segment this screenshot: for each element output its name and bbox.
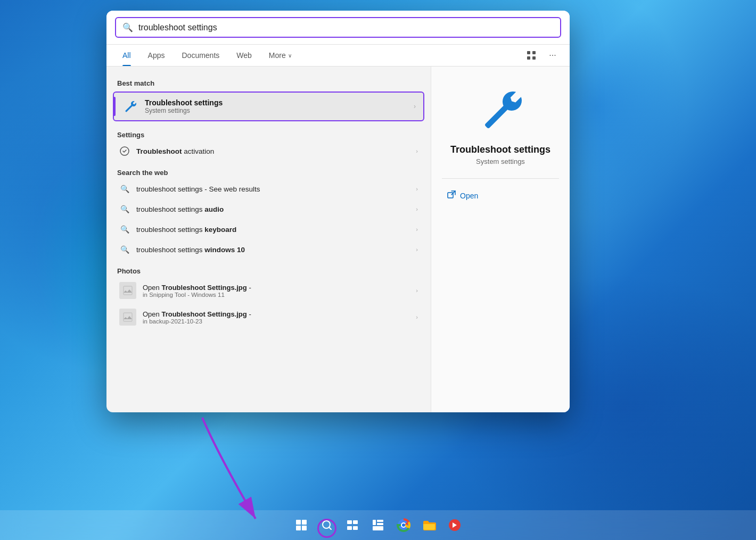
troubleshoot-activation-text: Troubleshoot activation — [136, 147, 409, 155]
svg-rect-3 — [532, 56, 536, 60]
more-options-button[interactable]: ··· — [544, 47, 561, 64]
tabs-actions: ··· — [523, 47, 561, 64]
tabs-row: All Apps Documents Web More ∨ ··· — [106, 45, 570, 67]
right-panel: Troubleshoot settings System settings Op… — [431, 67, 570, 412]
svg-rect-10 — [302, 520, 307, 525]
settings-section-header: Settings — [106, 123, 431, 141]
start-button[interactable] — [291, 514, 312, 536]
best-match-subtitle: System settings — [145, 107, 223, 114]
svg-rect-16 — [347, 526, 352, 530]
search-input[interactable] — [138, 23, 554, 32]
right-panel-divider — [442, 178, 559, 179]
taskbar — [0, 510, 756, 540]
photo-text-2: Open Troubleshoot Settings.jpg - in back… — [143, 310, 409, 325]
svg-rect-11 — [296, 526, 301, 530]
web-search-icon-2: 🔍 — [119, 204, 130, 214]
svg-rect-12 — [302, 526, 307, 530]
open-button[interactable]: Open — [442, 187, 478, 204]
wrench-icon — [121, 98, 138, 115]
widgets-button[interactable] — [367, 514, 389, 536]
svg-rect-18 — [373, 520, 376, 525]
explorer-button[interactable] — [418, 514, 440, 536]
svg-rect-17 — [353, 526, 358, 530]
open-link-icon — [447, 190, 456, 201]
web-search-text-2: troubleshoot settings audio — [136, 205, 409, 213]
troubleshoot-activation-item[interactable]: Troubleshoot activation › — [109, 141, 429, 161]
best-match-header: Best match — [106, 75, 431, 89]
photo-text-1: Open Troubleshoot Settings.jpg - in Snip… — [143, 284, 409, 298]
web-search-text-1: troubleshoot settings - See web results — [136, 185, 409, 193]
svg-rect-1 — [532, 51, 536, 54]
svg-point-24 — [402, 524, 405, 527]
web-chevron-4: › — [416, 246, 418, 253]
activation-chevron: › — [416, 148, 418, 154]
svg-rect-15 — [353, 520, 358, 524]
tab-documents[interactable]: Documents — [174, 45, 227, 66]
chrome-button[interactable] — [393, 514, 414, 536]
web-search-icon-3: 🔍 — [119, 224, 130, 235]
svg-rect-20 — [377, 523, 383, 525]
web-chevron-2: › — [416, 206, 418, 212]
svg-rect-14 — [347, 520, 352, 524]
web-search-text-4: troubleshoot settings windows 10 — [136, 246, 409, 254]
web-search-item-4[interactable]: 🔍 troubleshoot settings windows 10 › — [109, 239, 429, 260]
tab-more[interactable]: More ∨ — [261, 45, 299, 66]
search-icon: 🔍 — [122, 22, 133, 32]
web-search-icon-1: 🔍 — [119, 184, 130, 194]
best-match-item[interactable]: Troubleshoot settings System settings › — [113, 92, 424, 121]
tab-web[interactable]: Web — [229, 45, 259, 66]
web-search-item-2[interactable]: 🔍 troubleshoot settings audio › — [109, 199, 429, 219]
photo-chevron-2: › — [416, 314, 418, 320]
tab-apps[interactable]: Apps — [141, 45, 172, 66]
search-button[interactable] — [316, 514, 338, 536]
other-button[interactable] — [444, 514, 465, 536]
main-content: Best match Troubleshoot settings System … — [106, 67, 570, 412]
right-panel-title: Troubleshoot settings — [450, 144, 550, 155]
photos-section-header: Photos — [106, 260, 431, 277]
left-panel: Best match Troubleshoot settings System … — [106, 67, 431, 412]
web-search-icon-4: 🔍 — [119, 244, 130, 255]
web-chevron-1: › — [416, 186, 418, 192]
web-search-item-3[interactable]: 🔍 troubleshoot settings keyboard › — [109, 219, 429, 239]
svg-rect-19 — [377, 520, 383, 522]
chevron-down-icon: ∨ — [288, 53, 292, 59]
web-chevron-3: › — [416, 226, 418, 232]
tab-more-label: More — [269, 51, 286, 60]
photo-item-2[interactable]: Open Troubleshoot Settings.jpg - in back… — [109, 304, 429, 330]
svg-rect-9 — [296, 520, 301, 525]
search-web-header: Search the web — [106, 161, 431, 179]
right-panel-subtitle: System settings — [476, 157, 525, 165]
svg-rect-5 — [124, 286, 132, 295]
svg-rect-0 — [527, 51, 530, 54]
web-search-item-1[interactable]: 🔍 troubleshoot settings - See web result… — [109, 179, 429, 199]
photo-item-1[interactable]: Open Troubleshoot Settings.jpg - in Snip… — [109, 277, 429, 304]
best-match-title: Troubleshoot settings — [145, 98, 223, 107]
right-panel-icon — [474, 82, 527, 136]
web-search-text-3: troubleshoot settings keyboard — [136, 226, 409, 234]
best-match-chevron: › — [414, 103, 416, 110]
apps-grid-button[interactable] — [523, 47, 540, 64]
best-match-text: Troubleshoot settings System settings — [145, 98, 223, 114]
open-label: Open — [460, 192, 478, 200]
photo-icon-2 — [119, 309, 136, 326]
search-bar-container: 🔍 — [106, 11, 570, 45]
search-window: 🔍 All Apps Documents Web More ∨ ··· — [106, 11, 570, 412]
circle-check-icon — [119, 146, 130, 156]
svg-rect-21 — [373, 526, 383, 530]
taskview-button[interactable] — [342, 514, 363, 536]
tab-all[interactable]: All — [115, 45, 138, 66]
svg-rect-2 — [527, 56, 530, 60]
photo-chevron-1: › — [416, 287, 418, 294]
svg-rect-6 — [124, 313, 132, 321]
photo-icon-1 — [119, 282, 136, 299]
search-bar: 🔍 — [115, 17, 561, 38]
